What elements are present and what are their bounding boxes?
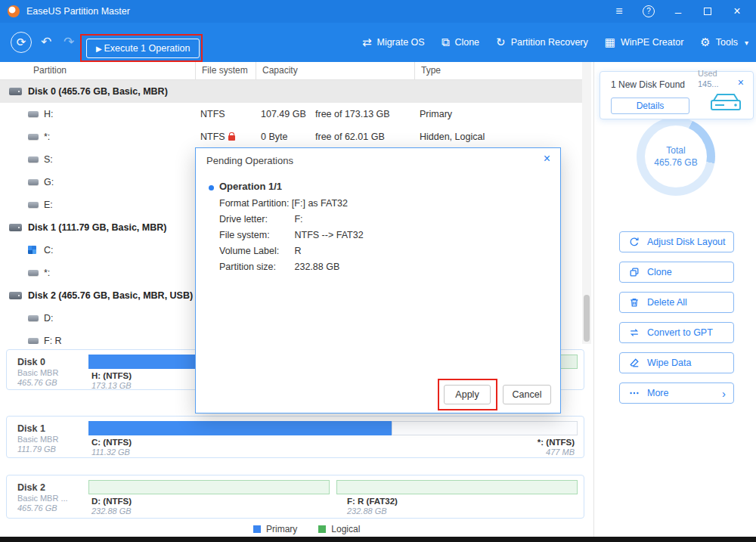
new-disk-icon [708, 91, 742, 117]
detail-label: File system: [219, 228, 292, 243]
table-row[interactable]: H: NTFS 107.49 GB free of 173.13 GB Prim… [0, 103, 582, 125]
scrollbar-thumb[interactable] [584, 295, 590, 342]
legend-swatch [318, 525, 326, 533]
legend-swatch [253, 525, 261, 533]
partition-segment[interactable] [392, 421, 578, 435]
toolbar-nav-icon: ⧉ [442, 36, 450, 49]
toolbar-nav: ⇄ Migrate OS ⧉ Clone ↻ Partition Recover… [362, 23, 748, 62]
operation-detail-line: Drive letter: F: [219, 212, 364, 228]
column-header-type[interactable]: Type [414, 62, 582, 80]
side-button-label: Adjust Disk Layout [647, 237, 726, 247]
more-button[interactable]: More [619, 382, 734, 404]
partition-name: E: [44, 194, 53, 216]
disk-bus-type: Basic MBR ... [17, 494, 68, 503]
toolbar-nav-icon: ▦ [605, 36, 615, 49]
disk1-card[interactable]: Disk 1 Basic MBR 111.79 GB C: (NTFS) 111… [6, 416, 584, 458]
notification-title: 1 New Disk Found [611, 79, 685, 90]
operation-details: Format Partition: [F:] as FAT32 Drive le… [219, 196, 364, 275]
segment-size: 111.32 GB [91, 448, 130, 457]
toolbar-nav-item[interactable]: ⧉ Clone [442, 36, 479, 49]
disk-usage-donut: Total 465.76 GB [637, 117, 715, 196]
partition-icon [28, 246, 36, 254]
refresh-button[interactable] [11, 32, 32, 53]
operation-detail-line: File system: NTFS --> FAT32 [219, 228, 364, 243]
new-disk-notification: 1 New Disk Found Details [600, 71, 754, 119]
side-button-label: Delete All [647, 297, 687, 308]
wipe-icon [629, 358, 640, 368]
details-button[interactable]: Details [611, 98, 689, 114]
undo-button[interactable] [41, 34, 51, 50]
close-button[interactable] [726, 0, 748, 23]
segment-label: D: (NTFS) [91, 497, 132, 506]
trash-icon [629, 297, 640, 308]
notification-close-icon[interactable] [738, 76, 744, 88]
minimize-button[interactable] [667, 0, 689, 23]
execute-operation-button[interactable]: Execute 1 Operation [86, 39, 200, 58]
toolbar-nav-item[interactable]: ⇄ Migrate OS [362, 36, 425, 49]
segment-label: F: R (FAT32) [347, 497, 398, 506]
toolbar-nav-item[interactable]: ▦ WinPE Creator [605, 36, 684, 49]
partition-segment[interactable] [88, 421, 392, 435]
detail-value: F: [294, 214, 302, 225]
clone-button[interactable]: Clone [619, 262, 734, 283]
column-header-capacity[interactable]: Capacity [256, 62, 414, 80]
operation-detail-line: Volume Label: R [219, 243, 364, 259]
operation-detail-line: Format Partition: [F:] as FAT32 [219, 196, 364, 212]
legend-label: Logical [331, 524, 360, 534]
detail-value: NTFS --> FAT32 [294, 230, 363, 240]
column-header-filesystem[interactable]: File system [195, 62, 256, 80]
segment-size: 232.88 GB [347, 506, 387, 516]
toolbar-nav-label: Partition Recovery [511, 37, 588, 48]
delete-all-button[interactable]: Delete All [619, 292, 734, 313]
partition-name: D: [44, 307, 54, 330]
side-button-label: Clone [647, 267, 672, 277]
menu-icon[interactable] [608, 0, 631, 23]
segment-size: 477 MB [546, 448, 575, 457]
disk-row-label: Disk 0 (465.76 GB, Basic, MBR) [28, 80, 168, 103]
toolbar-nav-label: Clone [454, 37, 479, 48]
table-row[interactable]: *: NTFS 0 Byte free of 62.01 GB Hidden, … [0, 125, 582, 148]
donut-total-label: Total [666, 145, 685, 156]
disk-size: 465.76 GB [17, 503, 57, 513]
disk-icon [9, 88, 22, 95]
adjust-layout-icon [629, 237, 640, 247]
capacity-total-value: free of 173.13 GB [315, 103, 390, 125]
disk-name: Disk 1 [17, 423, 45, 434]
partition-name: H: [44, 103, 54, 125]
clone-icon [629, 267, 640, 277]
apply-button[interactable]: Apply [444, 385, 491, 404]
help-button[interactable] [637, 0, 660, 23]
toolbar-nav-item[interactable]: ↻ Partition Recovery [496, 36, 588, 49]
chevron-right-icon [722, 388, 726, 399]
wipe-data-button[interactable]: Wipe Data [619, 352, 734, 373]
toolbar-nav-item[interactable]: ⚙ Tools [700, 36, 748, 49]
partition-icon [28, 202, 39, 208]
convert-to-gpt-button[interactable]: Convert to GPT [619, 322, 734, 343]
legend-item: Primary [253, 524, 297, 534]
partition-name: *: [44, 125, 50, 148]
maximize-button[interactable] [696, 0, 719, 23]
partition-segment[interactable] [336, 480, 578, 494]
disk-row-label: Disk 2 (465.76 GB, Basic, MBR, USB) [28, 284, 193, 307]
partition-segment[interactable] [88, 480, 330, 494]
vertical-scrollbar[interactable] [582, 62, 591, 344]
disk2-card[interactable]: Disk 2 Basic MBR ... 465.76 GB D: (NTFS)… [6, 475, 584, 519]
toolbar-nav-label: Migrate OS [376, 37, 424, 48]
operation-title: Operation 1/1 [219, 181, 282, 192]
disk-name: Disk 2 [17, 482, 45, 493]
redo-button[interactable] [64, 34, 74, 50]
partition-name: C: [44, 239, 54, 262]
app-window: EaseUS Partition Master Execute 1 Operat… [0, 0, 756, 542]
donut-used-label: Used 145... [698, 68, 719, 89]
adjust-disk-layout-button[interactable]: Adjust Disk Layout [619, 231, 734, 252]
partition-icon [28, 134, 39, 140]
toolbar-nav-icon: ⇄ [362, 36, 372, 49]
cancel-button[interactable]: Cancel [503, 385, 551, 404]
disk-icon [9, 224, 22, 231]
dialog-close-icon[interactable] [544, 152, 550, 166]
operation-bullet-icon [209, 185, 214, 190]
segment-label: H: (NTFS) [91, 371, 132, 380]
toolbar-nav-icon: ⚙ [700, 36, 710, 49]
table-row[interactable]: Disk 0 (465.76 GB, Basic, MBR) [0, 80, 582, 103]
column-header-partition[interactable]: Partition [0, 62, 195, 80]
